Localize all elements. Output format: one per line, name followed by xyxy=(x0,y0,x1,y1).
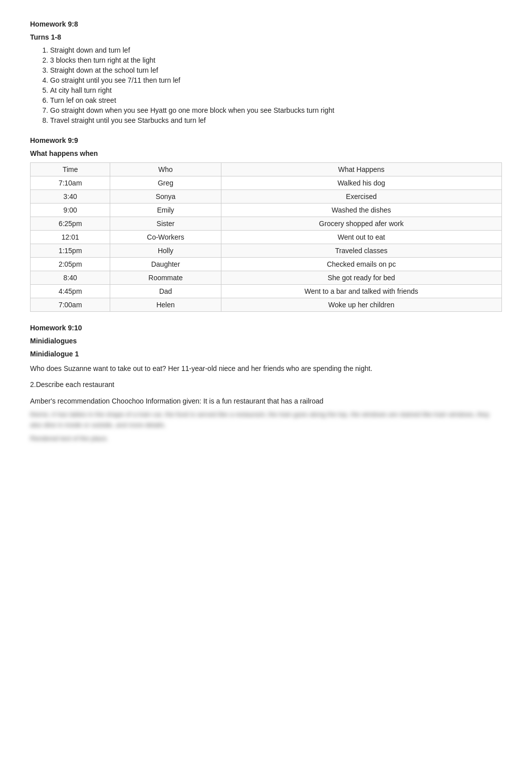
list-item: Straight down and turn lef xyxy=(50,46,502,54)
table-row: 12:01 Co-Workers Went out to eat xyxy=(31,231,502,244)
list-item: Straight down at the school turn lef xyxy=(50,66,502,74)
table-cell-who: Greg xyxy=(110,176,221,190)
homework-910-title: Homework 9:10 xyxy=(30,324,502,332)
table-cell-who: Emily xyxy=(110,204,221,217)
table-row: 8:40 Roommate She got ready for bed xyxy=(31,271,502,285)
homework-910-section: Homework 9:10 Minidialogues Minidialogue… xyxy=(30,324,502,444)
table-cell-who: Sonya xyxy=(110,190,221,204)
table-cell-what: She got ready for bed xyxy=(221,271,501,285)
table-cell: What Happens xyxy=(221,163,501,176)
minidialogues-title: Minidialogues xyxy=(30,337,502,345)
table-row: 6:25pm Sister Grocery shopped afer work xyxy=(31,217,502,231)
list-item: 3 blocks then turn right at the light xyxy=(50,56,502,64)
list-item: At city hall turn right xyxy=(50,86,502,94)
blurred-content-2: Rendered text of the place. xyxy=(30,434,502,444)
table-row: 7:00am Helen Woke up her children xyxy=(31,298,502,312)
table-cell-who: Daughter xyxy=(110,258,221,271)
table-cell: Who xyxy=(110,163,221,176)
table-row: 4:45pm Dad Went to a bar and talked with… xyxy=(31,285,502,298)
what-happens-table: Time Who What Happens 7:10am Greg Walked… xyxy=(30,162,502,312)
table-row: 1:15pm Holly Traveled classes xyxy=(31,244,502,258)
table-cell-time: 2:05pm xyxy=(31,258,110,271)
table-cell-what: Exercised xyxy=(221,190,501,204)
table-cell-what: Went out to eat xyxy=(221,231,501,244)
table-cell-what: Traveled classes xyxy=(221,244,501,258)
table-cell-time: 1:15pm xyxy=(31,244,110,258)
table-cell-who: Holly xyxy=(110,244,221,258)
turns-subtitle: Turns 1-8 xyxy=(30,33,502,41)
table-cell-time: 8:40 xyxy=(31,271,110,285)
table-cell-who: Helen xyxy=(110,298,221,312)
table-cell-what: Grocery shopped afer work xyxy=(221,217,501,231)
table-cell-time: 6:25pm xyxy=(31,217,110,231)
describe-restaurant: 2.Describe each restaurant xyxy=(30,379,502,390)
table-cell-time: 9:00 xyxy=(31,204,110,217)
table-row: 3:40 Sonya Exercised xyxy=(31,190,502,204)
list-item: Travel straight until you see Starbucks … xyxy=(50,116,502,124)
table-cell-who: Co-Workers xyxy=(110,231,221,244)
table-cell-what: Walked his dog xyxy=(221,176,501,190)
table-cell-who: Sister xyxy=(110,217,221,231)
table-row: 7:10am Greg Walked his dog xyxy=(31,176,502,190)
table-cell: Time xyxy=(31,163,110,176)
list-item: Go straight down when you see Hyatt go o… xyxy=(50,106,502,114)
table-cell-time: 7:00am xyxy=(31,298,110,312)
table-cell-who: Roommate xyxy=(110,271,221,285)
list-item: Go straight until you see 7/11 then turn… xyxy=(50,76,502,84)
list-item: Turn lef on oak street xyxy=(50,96,502,104)
table-body: Time Who What Happens 7:10am Greg Walked… xyxy=(31,163,502,312)
table-cell-what: Went to a bar and talked with friends xyxy=(221,285,501,298)
table-cell-who: Dad xyxy=(110,285,221,298)
homework-99-section: Homework 9:9 What happens when Time Who … xyxy=(30,136,502,312)
table-cell-time: 7:10am xyxy=(31,176,110,190)
table-cell-time: 3:40 xyxy=(31,190,110,204)
homework-99-title: Homework 9:9 xyxy=(30,136,502,144)
table-cell-what: Woke up her children xyxy=(221,298,501,312)
table-row: Time Who What Happens xyxy=(31,163,502,176)
table-row: 9:00 Emily Washed the dishes xyxy=(31,204,502,217)
minidialogue-question: Who does Suzanne want to take out to eat… xyxy=(30,363,502,374)
turns-list: Straight down and turn lef 3 blocks then… xyxy=(30,46,502,124)
what-happens-subtitle: What happens when xyxy=(30,149,502,157)
table-cell-time: 4:45pm xyxy=(31,285,110,298)
table-row: 2:05pm Daughter Checked emails on pc xyxy=(31,258,502,271)
amber-recommendation: Amber's recommendation Choochoo Informat… xyxy=(30,396,502,407)
table-cell-time: 12:01 xyxy=(31,231,110,244)
homework-98-section: Homework 9:8 Turns 1-8 Straight down and… xyxy=(30,20,502,124)
table-cell-what: Checked emails on pc xyxy=(221,258,501,271)
minidialogue1-title: Minidialogue 1 xyxy=(30,350,502,358)
blurred-content-1: theme, it has tables in the shape of a t… xyxy=(30,410,502,431)
table-cell-what: Washed the dishes xyxy=(221,204,501,217)
homework-98-title: Homework 9:8 xyxy=(30,20,502,28)
